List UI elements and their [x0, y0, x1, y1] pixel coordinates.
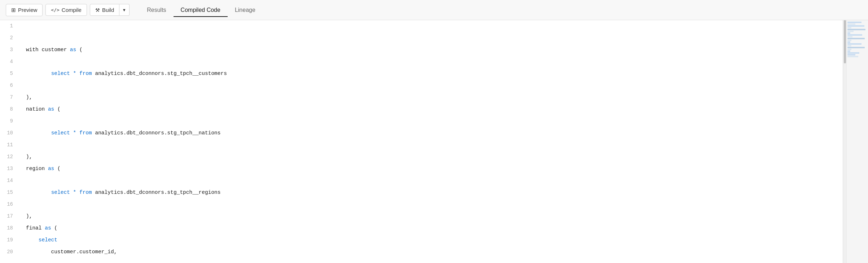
code-token: ),	[26, 210, 32, 222]
line-numbers: 1234567891011121314151617181920	[0, 20, 19, 263]
code-line: ),	[19, 151, 843, 163]
code-token: select	[51, 68, 70, 80]
code-line	[19, 199, 843, 210]
code-token: (	[54, 103, 60, 115]
line-number: 18	[0, 222, 19, 234]
code-token: with customer	[26, 44, 70, 56]
code-token: from	[79, 127, 92, 139]
code-token: from	[79, 68, 92, 80]
code-token: from	[79, 187, 92, 199]
line-number: 19	[0, 234, 19, 246]
code-line: select	[19, 234, 843, 246]
code-token: (	[54, 163, 60, 175]
line-number: 2	[0, 32, 19, 44]
build-icon: ⚒	[95, 7, 100, 13]
code-token: final	[26, 222, 45, 234]
tab-compiled-code[interactable]: Compiled Code	[174, 4, 228, 17]
toolbar: ⊞ Preview </> Compile ⚒ Build ▾ Results …	[0, 0, 868, 20]
code-line: select * from analytics.dbt_dconnors.stg…	[19, 127, 843, 139]
line-number: 15	[0, 187, 19, 199]
code-line: select * from analytics.dbt_dconnors.stg…	[19, 68, 843, 80]
code-token: as	[70, 44, 76, 56]
code-line	[19, 175, 843, 187]
code-token: analytics.dbt_dconnors.stg_tpch__custome…	[92, 68, 227, 80]
code-token: (	[51, 222, 57, 234]
build-dropdown-button[interactable]: ▾	[119, 4, 130, 16]
minimap-content	[847, 20, 868, 59]
code-line	[19, 20, 843, 32]
line-number: 6	[0, 80, 19, 92]
code-token	[76, 68, 79, 80]
code-line	[19, 115, 843, 127]
tab-lineage[interactable]: Lineage	[228, 4, 263, 17]
code-token: as	[48, 163, 54, 175]
vertical-scrollbar[interactable]	[843, 20, 846, 263]
code-line	[19, 32, 843, 44]
scrollbar-thumb[interactable]	[844, 20, 846, 63]
line-number: 3	[0, 44, 19, 56]
tab-lineage-label: Lineage	[235, 7, 255, 13]
build-group: ⚒ Build ▾	[90, 4, 130, 16]
code-token	[26, 68, 51, 80]
minimap	[846, 20, 868, 263]
code-token	[76, 127, 79, 139]
code-line: ),	[19, 210, 843, 222]
compile-label: Compile	[62, 7, 82, 13]
table-icon: ⊞	[11, 7, 16, 13]
chevron-down-icon: ▾	[123, 7, 126, 13]
code-token	[26, 187, 51, 199]
line-number: 17	[0, 210, 19, 222]
compile-icon: </>	[51, 7, 59, 13]
line-number: 16	[0, 199, 19, 210]
line-number: 7	[0, 92, 19, 103]
code-line	[19, 139, 843, 151]
code-line	[19, 80, 843, 92]
code-token: ),	[26, 92, 32, 103]
line-number: 10	[0, 127, 19, 139]
code-token	[26, 127, 51, 139]
code-line: ),	[19, 92, 843, 103]
tab-compiled-code-label: Compiled Code	[181, 7, 220, 13]
tabs: Results Compiled Code Lineage	[140, 4, 263, 17]
code-token	[76, 187, 79, 199]
line-number: 4	[0, 56, 19, 68]
code-token	[26, 234, 39, 246]
code-token: customer.customer_id,	[26, 246, 117, 258]
code-token: select	[51, 127, 70, 139]
code-line: region as (	[19, 163, 843, 175]
line-number: 9	[0, 115, 19, 127]
line-number: 20	[0, 246, 19, 258]
build-label: Build	[102, 7, 114, 13]
code-token: nation	[26, 103, 48, 115]
code-line: nation as (	[19, 103, 843, 115]
code-line: select * from analytics.dbt_dconnors.stg…	[19, 187, 843, 199]
code-token: region	[26, 163, 48, 175]
code-token: as	[45, 222, 51, 234]
editor-area: 1234567891011121314151617181920 with cus…	[0, 20, 868, 263]
code-token	[70, 187, 73, 199]
line-number: 13	[0, 163, 19, 175]
code-token: select	[39, 234, 57, 246]
code-token: analytics.dbt_dconnors.stg_tpch__nations	[92, 127, 221, 139]
preview-button[interactable]: ⊞ Preview	[6, 4, 43, 16]
build-button[interactable]: ⚒ Build	[90, 4, 119, 16]
code-token: *	[73, 68, 76, 80]
line-number: 11	[0, 139, 19, 151]
line-number: 1	[0, 20, 19, 32]
tab-results[interactable]: Results	[140, 4, 173, 17]
code-token	[70, 127, 73, 139]
preview-label: Preview	[18, 7, 37, 13]
line-number: 5	[0, 68, 19, 80]
line-number: 12	[0, 151, 19, 163]
tab-results-label: Results	[147, 7, 166, 13]
line-number: 8	[0, 103, 19, 115]
code-token: *	[73, 127, 76, 139]
compile-button[interactable]: </> Compile	[45, 4, 87, 16]
code-editor[interactable]: with customer as ( select * from analyti…	[19, 20, 843, 263]
code-token: as	[48, 103, 54, 115]
code-line: with customer as (	[19, 44, 843, 56]
code-token: analytics.dbt_dconnors.stg_tpch__regions	[92, 187, 221, 199]
code-line: customer.customer_id,	[19, 246, 843, 258]
line-number: 14	[0, 175, 19, 187]
code-token: (	[76, 44, 82, 56]
